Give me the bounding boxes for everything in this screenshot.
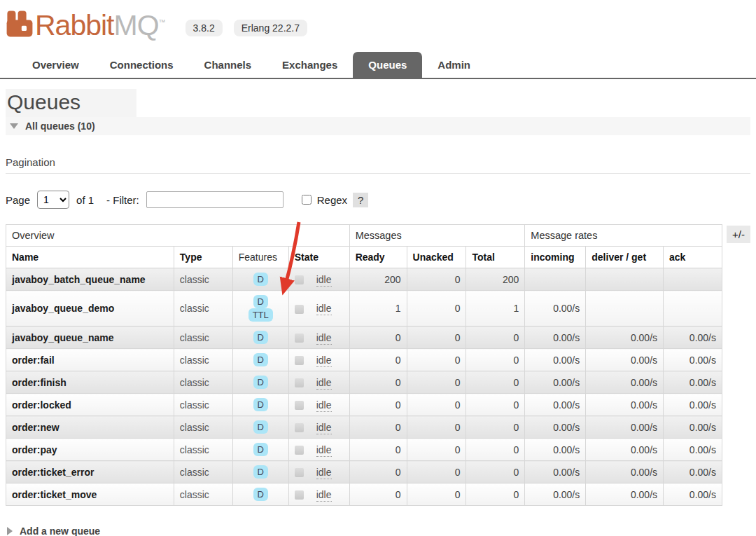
col-header-type[interactable]: Type: [174, 247, 232, 268]
table-row: javaboy_batch_queue_nameclassicDidle2000…: [6, 268, 722, 291]
cell-ack: 0.00/s: [664, 371, 722, 394]
brand-wordmark: RabbitMQ™: [35, 7, 166, 41]
table-row: order:newclassicDidle0000.00/s0.00/s0.00…: [6, 416, 722, 439]
queue-state-cell: idle: [288, 291, 349, 327]
queue-name-link[interactable]: javaboy_batch_queue_name: [12, 274, 146, 285]
cell-ack: 0.00/s: [664, 439, 722, 461]
cell-ready: 0: [349, 371, 407, 394]
cell-deliver-get: [586, 291, 664, 327]
state-label: idle: [316, 399, 332, 412]
col-header-ack[interactable]: ack: [664, 247, 722, 268]
trademark-symbol: ™: [159, 18, 166, 26]
cell-total: 0: [466, 327, 525, 349]
cell-ready: 0: [349, 394, 407, 416]
cell-deliver-get: 0.00/s: [586, 439, 664, 461]
cell-total: 0: [466, 371, 525, 394]
queue-name-link[interactable]: order:new: [12, 422, 59, 433]
state-label: idle: [316, 274, 332, 287]
table-row: order:ticket_errorclassicDidle0000.00/s0…: [6, 461, 722, 483]
feature-badge-d: D: [253, 443, 268, 456]
tab-overview[interactable]: Overview: [17, 52, 94, 78]
state-indicator-box: [295, 423, 304, 432]
tab-channels[interactable]: Channels: [189, 52, 267, 78]
filter-input[interactable]: [146, 191, 284, 208]
cell-unacked: 0: [407, 268, 466, 291]
cell-ack: 0.00/s: [664, 349, 722, 371]
state-indicator-box: [295, 356, 304, 365]
queue-name-link[interactable]: order:fail: [12, 355, 55, 366]
cell-total: 1: [466, 291, 525, 327]
col-header-total[interactable]: Total: [466, 247, 525, 268]
brand-mq-text: MQ: [114, 9, 159, 41]
cell-ack: [664, 291, 722, 327]
cell-incoming: 0.00/s: [525, 461, 586, 483]
col-header-unacked[interactable]: Unacked: [407, 247, 466, 268]
cell-total: 0: [466, 349, 525, 371]
queue-name-link[interactable]: order:ticket_move: [12, 489, 97, 500]
add-new-queue-toggle[interactable]: Add a new queue: [6, 525, 750, 536]
cell-total: 0: [466, 483, 525, 506]
queue-state-cell: idle: [288, 394, 349, 416]
column-toggle-button[interactable]: +/-: [727, 226, 750, 243]
cell-unacked: 0: [407, 483, 466, 506]
cell-unacked: 0: [407, 349, 466, 371]
queue-name-link[interactable]: order:finish: [12, 377, 66, 388]
queue-name-cell: javaboy_queue_name: [6, 327, 174, 349]
queue-type-cell: classic: [174, 291, 232, 327]
queue-name-cell: order:finish: [6, 371, 174, 394]
queue-state-cell: idle: [288, 439, 349, 461]
rabbitmq-logo[interactable]: RabbitMQ™: [6, 7, 166, 41]
table-row: order:failclassicDidle0000.00/s0.00/s0.0…: [6, 349, 722, 371]
all-queues-label: All queues (10): [25, 121, 95, 132]
cell-unacked: 0: [407, 371, 466, 394]
cell-deliver-get: 0.00/s: [586, 371, 664, 394]
queue-features-cell: D: [232, 439, 288, 461]
tab-connections[interactable]: Connections: [94, 52, 189, 78]
regex-label: Regex: [317, 194, 347, 206]
tab-exchanges[interactable]: Exchanges: [267, 52, 353, 78]
queue-features-cell: D: [232, 327, 288, 349]
queue-name-cell: javaboy_batch_queue_name: [6, 268, 174, 291]
cell-incoming: 0.00/s: [525, 327, 586, 349]
feature-badge-d: D: [253, 398, 268, 411]
col-header-ready[interactable]: Ready: [349, 247, 407, 268]
regex-checkbox[interactable]: [302, 195, 312, 205]
queue-name-link[interactable]: order:locked: [12, 399, 71, 411]
queue-state-cell: idle: [288, 483, 349, 506]
cell-ack: 0.00/s: [664, 416, 722, 439]
col-header-state[interactable]: State: [288, 247, 349, 268]
col-header-name[interactable]: Name: [6, 247, 174, 268]
cell-incoming: 0.00/s: [525, 371, 586, 394]
cell-unacked: 0: [407, 461, 466, 483]
col-header-deliver-get[interactable]: deliver / get: [586, 247, 664, 268]
tab-admin[interactable]: Admin: [422, 52, 486, 78]
tab-queues[interactable]: Queues: [353, 52, 422, 78]
nav-tabs: Overview Connections Channels Exchanges …: [0, 52, 756, 79]
queue-state-cell: idle: [288, 461, 349, 483]
cell-ready: 0: [349, 349, 407, 371]
cell-ready: 0: [349, 461, 407, 483]
page-title: Queues: [6, 89, 136, 117]
queue-features-cell: D: [232, 349, 288, 371]
cell-incoming: 0.00/s: [525, 439, 586, 461]
group-header-overview: Overview: [6, 225, 350, 247]
queue-name-link[interactable]: javaboy_queue_name: [12, 332, 114, 343]
queue-type-cell: classic: [174, 327, 232, 349]
queue-table-body: javaboy_batch_queue_nameclassicDidle2000…: [6, 268, 722, 506]
all-queues-section-toggle[interactable]: All queues (10): [6, 117, 750, 135]
page-select[interactable]: 1: [37, 191, 69, 209]
queue-name-link[interactable]: javaboy_queue_demo: [12, 303, 114, 314]
feature-badge-d: D: [253, 273, 268, 286]
queue-name-link[interactable]: order:ticket_error: [12, 467, 94, 478]
col-header-incoming[interactable]: incoming: [525, 247, 586, 268]
pagination-heading: Pagination: [6, 156, 750, 174]
queue-type-cell: classic: [174, 349, 232, 371]
state-indicator-box: [295, 334, 304, 343]
queue-features-cell: DTTL: [232, 291, 288, 327]
state-indicator-box: [295, 401, 304, 410]
queue-name-link[interactable]: order:pay: [12, 444, 57, 455]
cell-ack: 0.00/s: [664, 327, 722, 349]
regex-help-button[interactable]: ?: [353, 193, 368, 207]
queue-state-cell: idle: [288, 416, 349, 439]
state-label: idle: [316, 422, 332, 434]
